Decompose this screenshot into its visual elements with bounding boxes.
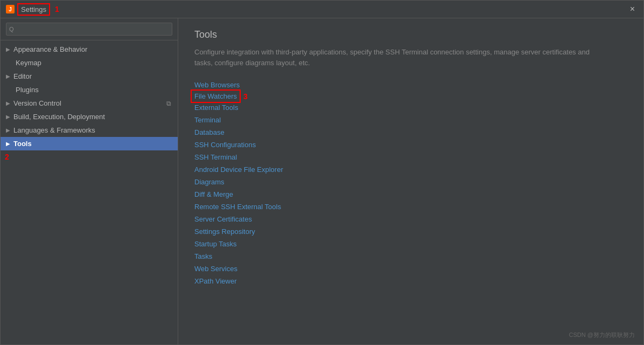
nav-items: ▶ Appearance & Behavior Keymap ▶ Editor … [1, 40, 178, 344]
title-bar-left: J Settings 1 [6, 5, 59, 14]
link-row-external-tools: External Tools [194, 101, 627, 114]
sidebar-item-languages[interactable]: ▶ Languages & Frameworks [1, 123, 178, 137]
main-content: Q ▶ Appearance & Behavior Keymap ▶ Edito… [1, 18, 643, 344]
link-remote-ssh[interactable]: Remote SSH External Tools [194, 201, 281, 213]
link-settings-repository[interactable]: Settings Repository [194, 225, 255, 238]
link-tasks[interactable]: Tasks [194, 250, 212, 263]
link-diagrams[interactable]: Diagrams [194, 176, 225, 188]
link-row-android-device: Android Device File Explorer [194, 163, 627, 176]
link-startup-tasks[interactable]: Startup Tasks [194, 238, 237, 250]
sidebar-item-label: Languages & Frameworks [13, 126, 95, 134]
search-box: Q [1, 18, 178, 40]
link-row-web-browsers: Web Browsers [194, 79, 627, 91]
expand-icon: ▶ [6, 141, 10, 147]
annotation-1: 1 [55, 5, 59, 13]
content-panel: Tools Configure integration with third-p… [178, 18, 643, 344]
link-row-xpath-viewer: XPath Viewer [194, 275, 627, 287]
link-server-certificates[interactable]: Server Certificates [194, 213, 252, 225]
link-web-services[interactable]: Web Services [194, 263, 237, 275]
link-row-startup-tasks: Startup Tasks [194, 238, 627, 250]
link-row-ssh-terminal: SSH Terminal [194, 151, 627, 163]
sidebar-item-label: Version Control [13, 99, 61, 107]
annotation-2: 2 [5, 153, 178, 161]
link-android-device[interactable]: Android Device File Explorer [194, 163, 283, 176]
link-list: Web Browsers File Watchers 3 External To… [194, 79, 627, 287]
expand-icon: ▶ [6, 127, 10, 133]
search-input[interactable] [6, 23, 172, 36]
sidebar-item-build[interactable]: ▶ Build, Execution, Deployment [1, 110, 178, 123]
sidebar-item-label: Appearance & Behavior [13, 45, 87, 53]
sidebar-item-version-control[interactable]: ▶ Version Control ⧉ [1, 96, 178, 110]
link-xpath-viewer[interactable]: XPath Viewer [194, 275, 237, 287]
expand-icon: ▶ [6, 46, 10, 52]
sidebar-item-keymap[interactable]: Keymap [1, 56, 178, 70]
link-row-file-watchers: File Watchers 3 [194, 91, 627, 101]
link-web-browsers[interactable]: Web Browsers [194, 79, 240, 91]
link-row-tasks: Tasks [194, 250, 627, 263]
sidebar-item-tools[interactable]: ▶ Tools [1, 137, 178, 150]
settings-dialog: J Settings 1 × Q ▶ Appearance & Behavior [0, 0, 644, 345]
sidebar-item-editor[interactable]: ▶ Editor [1, 70, 178, 83]
search-icon: Q [9, 26, 14, 32]
sidebar-item-label: Plugins [16, 86, 39, 94]
sidebar-item-label: Editor [13, 72, 32, 80]
close-button[interactable]: × [627, 4, 638, 15]
link-row-server-certificates: Server Certificates [194, 213, 627, 225]
expand-icon: ▶ [6, 73, 10, 79]
sidebar-item-label: Tools [13, 140, 32, 148]
sidebar-item-plugins[interactable]: Plugins [1, 83, 178, 96]
link-row-diff-merge: Diff & Merge [194, 188, 627, 201]
title-bar: J Settings 1 × [1, 1, 643, 18]
content-description: Configure integration with third-party a… [194, 47, 598, 68]
sidebar-item-appearance[interactable]: ▶ Appearance & Behavior [1, 43, 178, 56]
content-title: Tools [194, 29, 627, 40]
search-wrapper: Q [6, 23, 172, 36]
dialog-title: Settings [19, 5, 48, 14]
expand-icon: ▶ [6, 114, 10, 120]
link-diff-merge[interactable]: Diff & Merge [194, 188, 233, 201]
link-row-remote-ssh: Remote SSH External Tools [194, 201, 627, 213]
link-row-diagrams: Diagrams [194, 176, 627, 188]
link-external-tools[interactable]: External Tools [194, 101, 238, 114]
link-terminal[interactable]: Terminal [194, 114, 221, 126]
link-ssh-terminal[interactable]: SSH Terminal [194, 151, 237, 163]
sidebar: Q ▶ Appearance & Behavior Keymap ▶ Edito… [1, 18, 178, 344]
link-row-ssh-configurations: SSH Configurations [194, 139, 627, 151]
link-database[interactable]: Database [194, 126, 225, 139]
watermark: CSDN @努力的联耿努力 [569, 331, 635, 339]
copy-icon: ⧉ [166, 100, 171, 107]
sidebar-item-label: Keymap [16, 59, 41, 67]
annotation-3: 3 [243, 92, 248, 101]
link-row-terminal: Terminal [194, 114, 627, 126]
link-file-watchers[interactable]: File Watchers [192, 91, 239, 101]
link-row-web-services: Web Services [194, 263, 627, 275]
link-row-settings-repository: Settings Repository [194, 225, 627, 238]
app-icon: J [6, 5, 15, 13]
link-row-database: Database [194, 126, 627, 139]
sidebar-item-label: Build, Execution, Deployment [13, 113, 105, 121]
expand-icon: ▶ [6, 100, 10, 106]
link-ssh-configurations[interactable]: SSH Configurations [194, 139, 256, 151]
